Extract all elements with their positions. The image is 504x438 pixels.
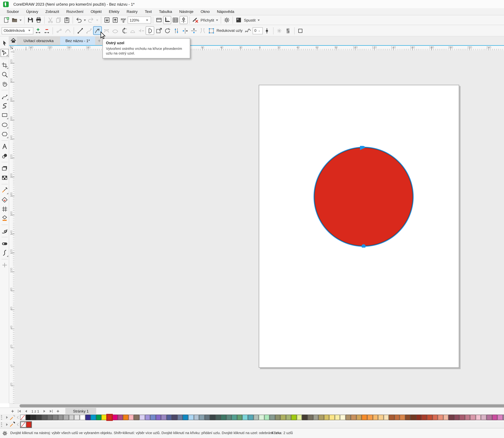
color-well[interactable] [297, 415, 302, 420]
color-well[interactable] [74, 415, 80, 420]
color-well[interactable] [481, 415, 487, 420]
add-node-button[interactable] [34, 26, 42, 35]
color-well[interactable] [383, 415, 389, 420]
pdf-button[interactable]: PDF [119, 16, 128, 24]
horizontal-scrollbar[interactable] [9, 403, 504, 408]
symmetrical-node-button[interactable] [111, 26, 119, 35]
tab-welcome-screen[interactable]: Uvítací obrazovka [17, 36, 60, 45]
menu-tabulka[interactable]: Tabulka [155, 9, 176, 14]
select-all-nodes-button[interactable] [207, 26, 216, 35]
options-gear-button[interactable] [223, 16, 231, 24]
color-well[interactable] [476, 415, 481, 420]
horizontal-ruler[interactable]: 2402202001801601401201008060402002040608… [15, 46, 504, 50]
connector-tool[interactable] [0, 152, 9, 160]
color-well[interactable] [172, 415, 177, 420]
color-well[interactable] [167, 415, 172, 420]
color-well[interactable] [63, 415, 69, 420]
doc-palette-no-color[interactable] [21, 421, 26, 427]
menu-objekt[interactable]: Objekt [87, 9, 105, 14]
vertical-ruler[interactable]: 3203002802602402202001801601401201008060… [9, 50, 14, 403]
menu-upravy[interactable]: Úpravy [23, 9, 42, 14]
menu-rastry[interactable]: Rastry [123, 9, 141, 14]
color-well[interactable] [128, 415, 134, 420]
color-well[interactable] [270, 415, 275, 420]
convert-to-curve-button[interactable] [84, 26, 93, 35]
color-well[interactable] [345, 415, 351, 420]
palette-expand-arrow[interactable] [5, 421, 9, 427]
add-page-button-left[interactable]: + [9, 408, 16, 414]
color-well[interactable] [25, 415, 31, 420]
color-well[interactable] [308, 415, 313, 420]
color-well[interactable] [503, 415, 504, 420]
doc-palette-color-well[interactable] [26, 421, 32, 427]
palette-eyedropper[interactable] [9, 415, 15, 420]
smear-tool[interactable] [0, 239, 9, 248]
reduce-nodes-button[interactable]: Redukovat uzly [217, 28, 242, 33]
color-well[interactable] [313, 415, 319, 420]
import-button[interactable] [103, 16, 111, 24]
color-well[interactable] [438, 415, 443, 420]
color-well[interactable] [319, 415, 324, 420]
color-well[interactable] [226, 415, 232, 420]
eyedropper-tool[interactable] [0, 186, 9, 194]
menu-soubor[interactable]: Soubor [3, 9, 23, 14]
color-well[interactable] [465, 415, 470, 420]
color-well[interactable] [329, 415, 335, 420]
next-page-button[interactable] [41, 408, 48, 414]
pick-tool[interactable] [0, 39, 9, 47]
rotate-skew-nodes-button[interactable] [163, 26, 172, 35]
color-well[interactable] [411, 415, 416, 420]
zoom-level-select[interactable]: 120% [127, 16, 151, 23]
status-gear-icon[interactable] [2, 431, 8, 436]
color-well[interactable] [405, 415, 411, 420]
ellipse-tool[interactable] [0, 121, 9, 129]
new-document-button[interactable] [2, 16, 10, 24]
color-well[interactable] [302, 415, 308, 420]
color-well[interactable] [161, 415, 167, 420]
color-well[interactable] [248, 415, 253, 420]
transparency-tool[interactable] [0, 174, 9, 182]
save-button[interactable] [26, 16, 34, 24]
extend-curve-to-close-button[interactable] [128, 26, 137, 35]
color-well[interactable] [487, 415, 492, 420]
node-shape-preset-select[interactable]: Obdélníková [1, 27, 33, 34]
palette-expand-arrow[interactable] [5, 415, 9, 420]
curve-smoothness-button[interactable] [243, 26, 252, 35]
palette-drag-handle[interactable] [1, 415, 5, 420]
show-guidelines-button[interactable] [180, 16, 188, 24]
color-well[interactable] [362, 415, 367, 420]
add-tools-button[interactable] [0, 261, 9, 269]
reflect-vertical-button[interactable] [189, 26, 198, 35]
last-page-button[interactable] [48, 408, 55, 414]
fullscreen-preview-button[interactable] [155, 16, 163, 24]
color-well[interactable] [356, 415, 362, 420]
polygon-tool[interactable] [0, 130, 9, 138]
dropdown-arrow[interactable] [258, 19, 260, 21]
stretch-scale-nodes-button[interactable] [154, 26, 163, 35]
dropdown-arrow[interactable] [20, 19, 22, 21]
extract-subpath-button[interactable] [137, 26, 146, 35]
selected-circle-object[interactable] [313, 146, 414, 248]
shape-tool[interactable] [0, 49, 9, 57]
bar-handles-button[interactable] [284, 26, 292, 35]
color-well[interactable] [416, 415, 422, 420]
color-well[interactable] [340, 415, 345, 420]
color-well[interactable] [96, 415, 101, 420]
print-button[interactable] [34, 16, 43, 24]
snap-off-button[interactable] [191, 16, 200, 24]
color-well[interactable] [69, 415, 74, 420]
color-well[interactable] [156, 415, 161, 420]
color-well[interactable] [432, 415, 438, 420]
color-well[interactable] [194, 415, 199, 420]
redo-button[interactable] [87, 16, 95, 24]
delete-node-button[interactable] [42, 26, 51, 35]
color-well[interactable] [335, 415, 340, 420]
color-well[interactable] [123, 415, 128, 420]
horizontal-scrollbar-thumb[interactable] [20, 404, 504, 407]
pan-tool[interactable] [0, 80, 9, 88]
palette-scroll-left[interactable] [15, 415, 20, 420]
smart-fill-tool[interactable] [0, 214, 9, 223]
convert-to-line-button[interactable] [76, 26, 84, 35]
color-well[interactable] [139, 415, 145, 420]
mesh-fill-tool[interactable] [0, 205, 9, 213]
